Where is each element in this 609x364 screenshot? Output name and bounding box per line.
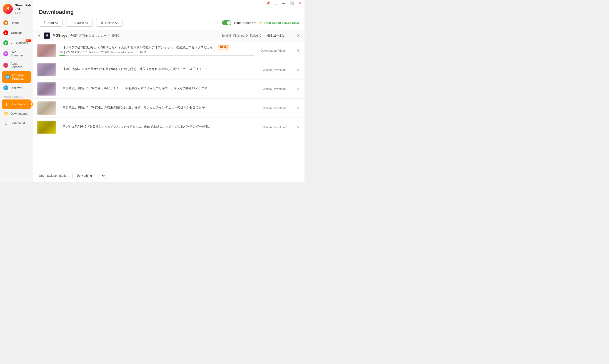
brand-name: StreamFab x64 xyxy=(15,3,31,11)
group-name: MGStage xyxy=(53,34,67,38)
item-pause-button-2[interactable]: ⏸ xyxy=(289,67,294,73)
sidebar-item-adult[interactable]: 🔞 Adult Services xyxy=(0,59,33,71)
download-item-2: 「【4K】お隣のマスク美女のエロ尻お姉さんに絶頂誘惑、神尻ヌキされる中出し在宅ワ… xyxy=(33,60,304,79)
sidebar-item-downloading[interactable]: ⬇ Downloading ⬇ xyxy=(2,99,31,109)
item-remove-button-3[interactable]: ✕ xyxy=(296,86,301,92)
item-thumbnail-4 xyxy=(37,101,56,115)
app-name: StreamFab x64 6.1.0.4 xyxy=(15,3,31,14)
sidebar-item-dvdfab[interactable]: 💿 DVDFab Products xyxy=(2,71,31,83)
delete-all-button[interactable]: 🗑 Delete All xyxy=(96,19,123,27)
sidebar-item-youtube-label: YouTube xyxy=(11,31,23,34)
item-remove-button-1[interactable]: ✕ xyxy=(296,48,301,53)
item-info-4: 「マジ軟派、初撮。1879 友達との約束の前にお小遣い稼ぎ！ちょっとのインタビュ… xyxy=(59,105,254,111)
downloading-icon: ⬇ xyxy=(5,102,8,107)
turbo-toggle[interactable] xyxy=(222,20,231,25)
item-title-4: 「マジ軟派、初撮。1879 友達との約束の前にお小遣い稼ぎ！ちょっとのインタビュ… xyxy=(59,105,254,109)
sidebar-item-live[interactable]: 📡 Live Streaming xyxy=(0,48,33,59)
discover-icon: 🔍 xyxy=(3,85,8,90)
lightning-icon: ⚡ xyxy=(259,21,263,24)
page-header: Downloading ⬇ Start All ⏸ Pause All 🗑 De… xyxy=(33,7,304,30)
group-close-button[interactable]: ✕ xyxy=(296,33,301,38)
start-all-label: Start All xyxy=(48,21,58,24)
sidebar-item-home-label: Home xyxy=(11,21,19,24)
sidebar-item-scheduled[interactable]: 🗓 Scheduled xyxy=(0,118,33,128)
close-button[interactable]: ✕ xyxy=(297,1,302,6)
group-quota: 今日利用可能なダウンロード: 49/50 xyxy=(70,34,119,38)
item-info-5: 「ラグジュTV 1645『お客様ともセックスしちゃってます...』色白で上品なル… xyxy=(59,124,254,130)
item-title-2: 「【4K】お隣のマスク美女のエロ尻お姉さんに絶頂誘惑、神尻ヌキされる中出し在宅ワ… xyxy=(59,67,254,71)
item-actions-5: ⏸ ✕ xyxy=(289,124,301,130)
progress-bar-bg-1 xyxy=(59,55,254,56)
sidebar-item-adult-label: Adult Services xyxy=(11,62,30,69)
pause-all-label: Pause All xyxy=(75,21,88,24)
downloaded-icon: 📁 xyxy=(3,111,8,116)
downloaded-label: Downloaded xyxy=(11,112,28,115)
titlebar: 📌 ☰ — ⬜ ✕ xyxy=(33,0,304,7)
group-actions: ⏸ ✕ xyxy=(289,33,301,38)
progress-bar-fill-1 xyxy=(59,55,65,56)
scheduled-icon: 🗓 xyxy=(3,121,8,126)
pin-button[interactable]: 📌 xyxy=(265,1,271,6)
main-content: 📌 ☰ — ⬜ ✕ Downloading ⬇ Start All ⏸ Paus… xyxy=(33,0,304,182)
maximize-button[interactable]: ⬜ xyxy=(289,1,295,6)
sidebar-item-discover-label: Discover xyxy=(11,86,23,89)
item-actions-3: ⏸ ✕ xyxy=(289,86,301,92)
item-actions-4: ⏸ ✕ xyxy=(289,105,301,111)
item-pause-button-4[interactable]: ⏸ xyxy=(289,105,294,111)
pause-all-icon: ⏸ xyxy=(71,21,74,24)
quality-badge-1: 1080p xyxy=(218,45,229,49)
item-pause-button-1[interactable]: ⏸ xyxy=(289,48,294,53)
download-item-3: 「マジ軟派、初撮。1876 黒ギャルビッチ！「一回も腰振らずにイかせてしもて..… xyxy=(33,79,304,99)
adult-icon: 🔞 xyxy=(3,63,8,68)
completion-label: Upon task completion: xyxy=(39,174,69,177)
sidebar-item-discover[interactable]: 🔍 Discover xyxy=(0,83,33,93)
item-info-2: 「【4K】お隣のマスク美女のエロ尻お姉さんに絶頂誘惑、神尻ヌキされる中出し在宅ワ… xyxy=(59,67,254,73)
menu-button[interactable]: ☰ xyxy=(273,1,279,6)
sidebar-item-vip[interactable]: ★ VIP Services HOT xyxy=(0,38,33,48)
sidebar-item-dvdfab-label: DVDFab Products xyxy=(12,74,28,80)
group-pause-button[interactable]: ⏸ xyxy=(289,33,294,38)
app-logo: S xyxy=(3,4,13,14)
item-status-5: Wait to Download xyxy=(258,126,286,129)
completion-select[interactable]: Do Nothing Sleep Hibernate Shutdown xyxy=(73,172,106,179)
downloading-label: Downloading xyxy=(11,103,28,106)
page-title: Downloading xyxy=(39,9,299,15)
download-item-4: 「マジ軟派、初撮。1879 友達との約束の前にお小遣い稼ぎ！ちょっとのインタビュ… xyxy=(33,99,304,118)
collapse-button[interactable]: ▼ xyxy=(37,33,41,38)
item-status-3: Wait to Download xyxy=(258,87,286,91)
item-status-4: Wait to Download xyxy=(258,106,286,110)
library-section-label: YOUR LIBRARY xyxy=(0,93,33,99)
item-thumbnail-5 xyxy=(37,121,56,134)
item-title-3: 「マジ軟派、初撮。1876 黒ギャルビッチ！「一回も腰振らずにイかせてしもて..… xyxy=(59,86,254,90)
item-pause-button-3[interactable]: ⏸ xyxy=(289,86,294,92)
downloading-badge: ⬇ xyxy=(31,102,33,106)
item-actions-2: ⏸ ✕ xyxy=(289,67,301,73)
item-title-5: 「ラグジュTV 1645『お客様ともセックスしちゃってます...』色白で上品なル… xyxy=(59,124,254,129)
item-remove-button-5[interactable]: ✕ xyxy=(296,124,301,130)
sidebar-item-youtube[interactable]: ▶ YouTube xyxy=(0,28,33,38)
minimize-button[interactable]: — xyxy=(281,1,286,6)
item-thumbnail-3 xyxy=(37,82,56,96)
group-stats: Total: 5 | Finished: 0 | Failed: 0 xyxy=(221,34,261,37)
item-remove-button-2[interactable]: ✕ xyxy=(296,67,301,73)
group-logo: M xyxy=(44,33,50,39)
item-thumbnail-1 xyxy=(37,44,56,57)
turbo-area: Turbo-Speed On ⚡ Total Speed 685.19 KB/s xyxy=(222,20,299,25)
sidebar-item-downloaded[interactable]: 📁 Downloaded xyxy=(0,109,33,118)
live-icon: 📡 xyxy=(3,51,8,56)
dvd-icon: 💿 xyxy=(5,74,10,79)
sidebar: S StreamFab x64 6.1.0.4 🏠 Home ▶ YouTube… xyxy=(0,0,33,182)
start-all-icon: ⬇ xyxy=(44,21,46,24)
item-pause-button-5[interactable]: ⏸ xyxy=(289,124,294,130)
item-remove-button-4[interactable]: ✕ xyxy=(296,105,301,111)
start-all-button[interactable]: ⬇ Start All xyxy=(39,19,63,27)
delete-all-label: Delete All xyxy=(105,21,118,24)
item-actions-1: ⏸ ✕ xyxy=(289,48,301,53)
delete-all-icon: 🗑 xyxy=(101,21,104,24)
download-item-1: 「【ライブの合間に社長とハメ撮りしちゃう現役JD地下ドルの激レアオフショット】恋… xyxy=(33,41,304,60)
vip-icon: ★ xyxy=(3,40,8,45)
sidebar-item-home[interactable]: 🏠 Home xyxy=(0,18,33,28)
youtube-icon: ▶ xyxy=(3,30,8,35)
pause-all-button[interactable]: ⏸ Pause All xyxy=(66,19,93,27)
turbo-label: Turbo-Speed On xyxy=(234,21,256,24)
